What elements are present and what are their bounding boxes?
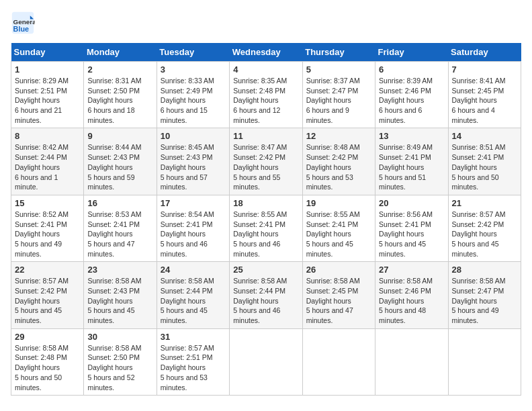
calendar-cell: 15 Sunrise: 8:52 AM Sunset: 2:41 PM Dayl… xyxy=(11,195,84,261)
logo: General Blue xyxy=(11,11,35,35)
day-info: Sunrise: 8:58 AM Sunset: 2:43 PM Dayligh… xyxy=(87,276,152,325)
day-number: 19 xyxy=(306,198,371,208)
calendar-cell: 5 Sunrise: 8:37 AM Sunset: 2:47 PM Dayli… xyxy=(302,62,375,128)
calendar-week-row: 1 Sunrise: 8:29 AM Sunset: 2:51 PM Dayli… xyxy=(11,62,521,128)
calendar-cell: 30 Sunrise: 8:58 AM Sunset: 2:50 PM Dayl… xyxy=(84,328,157,395)
calendar-table: SundayMondayTuesdayWednesdayThursdayFrid… xyxy=(11,43,521,396)
svg-text:Blue: Blue xyxy=(13,25,29,33)
day-info: Sunrise: 8:58 AM Sunset: 2:46 PM Dayligh… xyxy=(379,276,444,325)
col-header-thursday: Thursday xyxy=(302,43,375,62)
day-number: 27 xyxy=(379,265,444,275)
day-info: Sunrise: 8:58 AM Sunset: 2:44 PM Dayligh… xyxy=(233,276,298,325)
calendar-cell: 2 Sunrise: 8:31 AM Sunset: 2:50 PM Dayli… xyxy=(84,62,157,128)
day-info: Sunrise: 8:35 AM Sunset: 2:48 PM Dayligh… xyxy=(233,76,298,125)
day-info: Sunrise: 8:58 AM Sunset: 2:45 PM Dayligh… xyxy=(306,276,371,325)
day-number: 18 xyxy=(233,198,298,208)
day-number: 4 xyxy=(233,64,298,75)
day-number: 7 xyxy=(452,64,517,75)
day-info: Sunrise: 8:31 AM Sunset: 2:50 PM Dayligh… xyxy=(87,76,152,125)
day-info: Sunrise: 8:53 AM Sunset: 2:41 PM Dayligh… xyxy=(87,210,152,259)
day-info: Sunrise: 8:45 AM Sunset: 2:43 PM Dayligh… xyxy=(161,142,226,191)
calendar-cell: 11 Sunrise: 8:47 AM Sunset: 2:42 PM Dayl… xyxy=(230,128,302,195)
calendar-week-row: 29 Sunrise: 8:58 AM Sunset: 2:48 PM Dayl… xyxy=(11,328,521,395)
calendar-cell: 31 Sunrise: 8:57 AM Sunset: 2:51 PM Dayl… xyxy=(157,328,229,395)
day-number: 8 xyxy=(15,131,80,141)
col-header-saturday: Saturday xyxy=(448,43,521,62)
day-number: 14 xyxy=(452,131,517,141)
day-number: 29 xyxy=(15,332,80,342)
day-info: Sunrise: 8:42 AM Sunset: 2:44 PM Dayligh… xyxy=(15,142,80,191)
calendar-cell: 28 Sunrise: 8:58 AM Sunset: 2:47 PM Dayl… xyxy=(448,262,521,328)
col-header-friday: Friday xyxy=(375,43,448,62)
day-number: 21 xyxy=(452,198,517,208)
calendar-cell: 23 Sunrise: 8:58 AM Sunset: 2:43 PM Dayl… xyxy=(84,262,157,328)
calendar-cell: 19 Sunrise: 8:55 AM Sunset: 2:41 PM Dayl… xyxy=(302,195,375,261)
calendar-cell: 24 Sunrise: 8:58 AM Sunset: 2:44 PM Dayl… xyxy=(157,262,229,328)
calendar-cell: 12 Sunrise: 8:48 AM Sunset: 2:42 PM Dayl… xyxy=(302,128,375,195)
page-header: General Blue xyxy=(11,11,521,35)
col-header-tuesday: Tuesday xyxy=(157,43,229,62)
day-info: Sunrise: 8:57 AM Sunset: 2:51 PM Dayligh… xyxy=(161,343,226,392)
day-number: 1 xyxy=(15,64,80,75)
day-number: 5 xyxy=(306,64,371,75)
day-number: 3 xyxy=(161,64,226,75)
calendar-cell: 26 Sunrise: 8:58 AM Sunset: 2:45 PM Dayl… xyxy=(302,262,375,328)
calendar-cell: 3 Sunrise: 8:33 AM Sunset: 2:49 PM Dayli… xyxy=(157,62,229,128)
day-info: Sunrise: 8:55 AM Sunset: 2:41 PM Dayligh… xyxy=(233,210,298,259)
calendar-cell: 10 Sunrise: 8:45 AM Sunset: 2:43 PM Dayl… xyxy=(157,128,229,195)
day-info: Sunrise: 8:47 AM Sunset: 2:42 PM Dayligh… xyxy=(233,142,298,191)
day-info: Sunrise: 8:57 AM Sunset: 2:42 PM Dayligh… xyxy=(452,210,517,259)
day-info: Sunrise: 8:56 AM Sunset: 2:41 PM Dayligh… xyxy=(379,210,444,259)
calendar-cell xyxy=(448,328,521,395)
day-number: 11 xyxy=(233,131,298,141)
day-info: Sunrise: 8:49 AM Sunset: 2:41 PM Dayligh… xyxy=(379,142,444,191)
day-info: Sunrise: 8:29 AM Sunset: 2:51 PM Dayligh… xyxy=(15,76,80,125)
day-info: Sunrise: 8:39 AM Sunset: 2:46 PM Dayligh… xyxy=(379,76,444,125)
day-info: Sunrise: 8:41 AM Sunset: 2:45 PM Dayligh… xyxy=(452,76,517,125)
logo-icon: General Blue xyxy=(11,11,35,35)
day-number: 2 xyxy=(87,64,152,75)
day-number: 17 xyxy=(161,198,226,208)
calendar-header-row: SundayMondayTuesdayWednesdayThursdayFrid… xyxy=(11,43,521,62)
calendar-week-row: 22 Sunrise: 8:57 AM Sunset: 2:42 PM Dayl… xyxy=(11,262,521,328)
calendar-cell xyxy=(230,328,302,395)
calendar-cell: 8 Sunrise: 8:42 AM Sunset: 2:44 PM Dayli… xyxy=(11,128,84,195)
calendar-cell: 9 Sunrise: 8:44 AM Sunset: 2:43 PM Dayli… xyxy=(84,128,157,195)
calendar-week-row: 8 Sunrise: 8:42 AM Sunset: 2:44 PM Dayli… xyxy=(11,128,521,195)
day-info: Sunrise: 8:48 AM Sunset: 2:42 PM Dayligh… xyxy=(306,142,371,191)
calendar-cell: 27 Sunrise: 8:58 AM Sunset: 2:46 PM Dayl… xyxy=(375,262,448,328)
day-number: 15 xyxy=(15,198,80,208)
calendar-cell: 7 Sunrise: 8:41 AM Sunset: 2:45 PM Dayli… xyxy=(448,62,521,128)
day-number: 6 xyxy=(379,64,444,75)
day-number: 9 xyxy=(87,131,152,141)
calendar-cell: 4 Sunrise: 8:35 AM Sunset: 2:48 PM Dayli… xyxy=(230,62,302,128)
calendar-cell: 18 Sunrise: 8:55 AM Sunset: 2:41 PM Dayl… xyxy=(230,195,302,261)
day-number: 22 xyxy=(15,265,80,275)
calendar-cell: 20 Sunrise: 8:56 AM Sunset: 2:41 PM Dayl… xyxy=(375,195,448,261)
calendar-cell: 16 Sunrise: 8:53 AM Sunset: 2:41 PM Dayl… xyxy=(84,195,157,261)
calendar-cell: 13 Sunrise: 8:49 AM Sunset: 2:41 PM Dayl… xyxy=(375,128,448,195)
day-number: 31 xyxy=(161,332,226,342)
day-number: 12 xyxy=(306,131,371,141)
col-header-wednesday: Wednesday xyxy=(230,43,302,62)
col-header-sunday: Sunday xyxy=(11,43,84,62)
day-info: Sunrise: 8:37 AM Sunset: 2:47 PM Dayligh… xyxy=(306,76,371,125)
day-number: 26 xyxy=(306,265,371,275)
day-number: 10 xyxy=(161,131,226,141)
day-number: 16 xyxy=(87,198,152,208)
day-number: 20 xyxy=(379,198,444,208)
calendar-cell: 1 Sunrise: 8:29 AM Sunset: 2:51 PM Dayli… xyxy=(11,62,84,128)
col-header-monday: Monday xyxy=(84,43,157,62)
calendar-cell xyxy=(302,328,375,395)
calendar-cell: 22 Sunrise: 8:57 AM Sunset: 2:42 PM Dayl… xyxy=(11,262,84,328)
calendar-cell: 21 Sunrise: 8:57 AM Sunset: 2:42 PM Dayl… xyxy=(448,195,521,261)
day-info: Sunrise: 8:58 AM Sunset: 2:50 PM Dayligh… xyxy=(87,343,152,392)
calendar-cell: 25 Sunrise: 8:58 AM Sunset: 2:44 PM Dayl… xyxy=(230,262,302,328)
day-number: 30 xyxy=(87,332,152,342)
day-number: 23 xyxy=(87,265,152,275)
calendar-cell: 17 Sunrise: 8:54 AM Sunset: 2:41 PM Dayl… xyxy=(157,195,229,261)
day-number: 28 xyxy=(452,265,517,275)
day-info: Sunrise: 8:52 AM Sunset: 2:41 PM Dayligh… xyxy=(15,210,80,259)
day-info: Sunrise: 8:58 AM Sunset: 2:47 PM Dayligh… xyxy=(452,276,517,325)
calendar-cell: 14 Sunrise: 8:51 AM Sunset: 2:41 PM Dayl… xyxy=(448,128,521,195)
